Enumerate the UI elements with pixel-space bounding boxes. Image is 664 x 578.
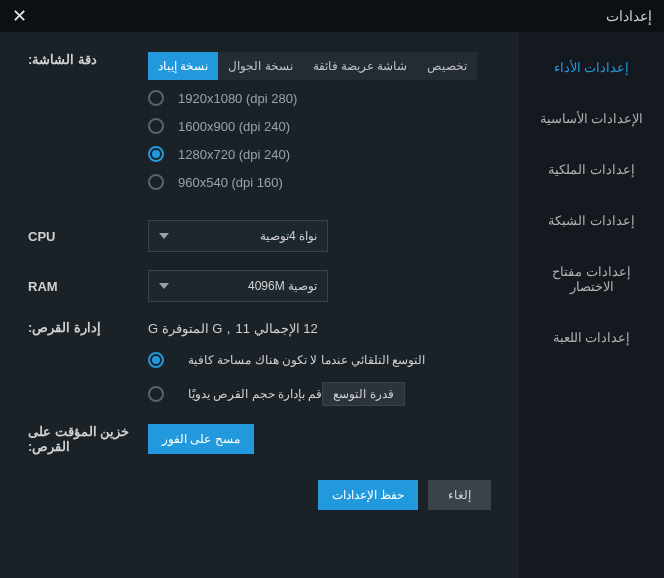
- chevron-down-icon: [159, 233, 169, 239]
- tab-ipad[interactable]: نسخة إيباد: [148, 52, 218, 80]
- expand-capacity-chip[interactable]: قدرة التوسع: [322, 382, 404, 406]
- sidebar: إعدادات الأداء الإعدادات الأساسية إعدادا…: [519, 32, 664, 578]
- clear-cache-button[interactable]: مسح على الفور: [148, 424, 254, 454]
- tab-mobile[interactable]: نسخة الجوال: [218, 52, 302, 80]
- radio-icon: [148, 146, 164, 162]
- sidebar-item-network[interactable]: إعدادات الشبكة: [519, 195, 664, 246]
- radio-icon: [148, 386, 164, 402]
- radio-icon: [148, 90, 164, 106]
- chevron-down-icon: [159, 283, 169, 289]
- disk-info: 12 الإجمالي G，11 المتوفرة G: [148, 320, 491, 338]
- radio-disk-auto[interactable]: التوسع التلقائي عندما لا تكون هناك مساحة…: [148, 352, 491, 368]
- sidebar-item-game[interactable]: إعدادات اللعبة: [519, 312, 664, 363]
- cancel-button[interactable]: إلغاء: [428, 480, 491, 510]
- sidebar-item-performance[interactable]: إعدادات الأداء: [519, 42, 664, 93]
- window-title: إعدادات: [606, 8, 652, 24]
- ram-select[interactable]: توصية 4096M: [148, 270, 328, 302]
- radio-icon: [148, 174, 164, 190]
- radio-960x540[interactable]: 960x540 (dpi 160): [148, 174, 491, 190]
- resolution-tabs: نسخة إيباد نسخة الجوال شاشة عريضة فائقة …: [148, 52, 491, 80]
- radio-icon: [148, 352, 164, 368]
- tab-custom[interactable]: تخصيص: [417, 52, 477, 80]
- cpu-label: CPU: [28, 229, 148, 244]
- sidebar-item-ownership[interactable]: إعدادات الملكية: [519, 144, 664, 195]
- ram-label: RAM: [28, 279, 148, 294]
- radio-1600x900[interactable]: 1600x900 (dpi 240): [148, 118, 491, 134]
- sidebar-item-shortcut[interactable]: إعدادات مفتاح الاختصار: [519, 246, 664, 312]
- radio-disk-manual[interactable]: قدرة التوسع قم بإدارة حجم القرص يدويًا: [148, 382, 491, 406]
- tab-ultrawide[interactable]: شاشة عريضة فائقة: [303, 52, 418, 80]
- radio-icon: [148, 118, 164, 134]
- close-icon[interactable]: ✕: [12, 5, 27, 27]
- resolution-label: دقة الشاشة:: [28, 52, 148, 67]
- radio-1280x720[interactable]: 1280x720 (dpi 240): [148, 146, 491, 162]
- cpu-select[interactable]: نواة 4توصية: [148, 220, 328, 252]
- disk-label: إدارة القرص:: [28, 320, 148, 335]
- radio-1920x1080[interactable]: 1920x1080 (dpi 280): [148, 90, 491, 106]
- sidebar-item-basic[interactable]: الإعدادات الأساسية: [519, 93, 664, 144]
- save-button[interactable]: حفظ الإعدادات: [318, 480, 418, 510]
- cache-label: خزين المؤقت على القرص:: [28, 424, 148, 454]
